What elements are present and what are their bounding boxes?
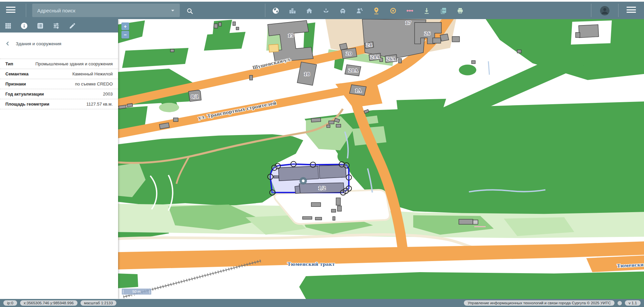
search-placeholder: Адресный поиск: [37, 8, 170, 13]
property-value: Промышленные здания и сооружения: [35, 61, 113, 66]
toolbar-separator: [265, 4, 265, 17]
list-icon[interactable]: [37, 22, 44, 29]
nature-icon[interactable]: [322, 7, 330, 15]
menu-icon[interactable]: [6, 7, 15, 14]
building-label: 20: [346, 51, 352, 56]
map-layer-toolbar: PDF: [272, 7, 464, 15]
edit-pencil-icon[interactable]: [69, 22, 76, 29]
left-panel: Здания и сооружения Тип Промышленные зда…: [0, 19, 118, 299]
property-label: Семантика: [5, 71, 29, 76]
globe-icon[interactable]: [272, 7, 280, 15]
status-right-group: Управление информационных технологий и с…: [464, 300, 641, 306]
address-search-dropdown[interactable]: Адресный поиск: [32, 4, 180, 17]
property-label: Год актуализации: [5, 91, 44, 97]
top-white-strip: [0, 0, 644, 2]
status-bar: ip:0 x:3565305.746 y:985948.996 масштаб …: [0, 299, 644, 307]
pdf-icon-label: PDF: [442, 9, 446, 11]
map-viewport[interactable]: Шушенская ул. ул. Транспортных строителе…: [118, 19, 644, 299]
building-label: 18: [304, 72, 310, 77]
building-label: 26А: [386, 57, 396, 62]
toolbar-separator: [618, 4, 619, 17]
property-row: Тип Промышленные здания и сооружения: [0, 59, 118, 69]
scale-badge: масштаб 1:2133: [80, 300, 117, 306]
engineer-icon[interactable]: [356, 7, 364, 15]
property-value: по съемке CREDO: [75, 81, 113, 86]
property-row: Признаки по съемке CREDO: [0, 79, 118, 89]
download-icon[interactable]: [423, 7, 431, 15]
top-toolbar: Адресный поиск: [0, 2, 644, 19]
panel-header: Здания и сооружения: [0, 33, 118, 50]
route-dots-icon[interactable]: [406, 7, 414, 15]
info-icon[interactable]: [20, 22, 28, 29]
map-clearing: [274, 190, 390, 224]
pdf-export-icon[interactable]: PDF: [439, 7, 447, 15]
building-label: 17: [405, 20, 411, 25]
coordinates-badge: x:3565305.746 y:985948.996: [20, 300, 77, 306]
zoom-control: + −: [121, 22, 129, 39]
city-buildings-icon[interactable]: [288, 7, 297, 15]
gis-application: Адресный поиск: [0, 0, 644, 307]
building-label: 26: [424, 31, 430, 36]
status-left-group: ip:0 x:3565305.746 y:985948.996 масштаб …: [3, 300, 116, 306]
panel-title: Здания и сооружения: [16, 41, 61, 46]
scale-bar-label: 50 m: [132, 290, 141, 294]
building-label: 24А: [370, 55, 380, 60]
car-icon[interactable]: [339, 7, 347, 15]
building-label: 20А: [348, 68, 358, 73]
toolbar-separator: [591, 4, 591, 17]
print-icon[interactable]: [456, 7, 464, 15]
property-row: Площадь геометрии 1127.57 кв.м.: [0, 99, 118, 109]
building-label: 24: [366, 43, 372, 48]
status-dot: [618, 301, 622, 305]
building-label: 8/1: [191, 94, 199, 99]
property-row: Год актуализации 2003: [0, 89, 118, 99]
account-icon[interactable]: [600, 6, 610, 16]
chevron-down-icon[interactable]: [170, 7, 176, 13]
building-label: 15: [288, 33, 294, 38]
toolbar-separator: [26, 4, 26, 17]
search-icon[interactable]: [186, 7, 194, 15]
target-icon[interactable]: [389, 7, 397, 15]
property-value: 2003: [103, 91, 113, 97]
zoom-in-button[interactable]: +: [121, 22, 129, 30]
feature-properties-table: Тип Промышленные здания и сооружения Сем…: [0, 59, 118, 109]
property-row: Семантика Каменный Нежилой: [0, 69, 118, 79]
copyright-badge: Управление информационных технологий и с…: [464, 300, 614, 306]
street-label: Тюменский тракт: [287, 261, 335, 267]
property-label: Признаки: [5, 81, 26, 86]
building-label: 1А: [355, 88, 362, 93]
building-label: 1/2: [318, 186, 326, 191]
home-icon[interactable]: [305, 7, 313, 15]
ip-badge: ip:0: [3, 300, 17, 306]
back-chevron-icon[interactable]: [5, 41, 11, 47]
property-label: Площадь геометрии: [5, 102, 49, 107]
location-pin-icon[interactable]: [372, 7, 380, 15]
property-value: 1127.57 кв.м.: [87, 102, 113, 107]
property-value: Каменный Нежилой: [72, 71, 113, 76]
version-badge: v 1.1: [625, 300, 641, 306]
feature-center-marker[interactable]: [300, 177, 307, 184]
panel-toolbar: [0, 19, 118, 33]
tune-icon[interactable]: [53, 22, 60, 29]
zoom-out-button[interactable]: −: [121, 31, 129, 39]
selected-building-polygon[interactable]: [268, 161, 352, 195]
menu-right-icon[interactable]: [627, 7, 636, 14]
property-label: Тип: [5, 61, 13, 66]
map-canvas[interactable]: Шушенская ул. ул. Транспортных строителе…: [118, 19, 644, 299]
scale-bar: 50 m: [121, 288, 152, 295]
grid-icon[interactable]: [4, 22, 12, 29]
